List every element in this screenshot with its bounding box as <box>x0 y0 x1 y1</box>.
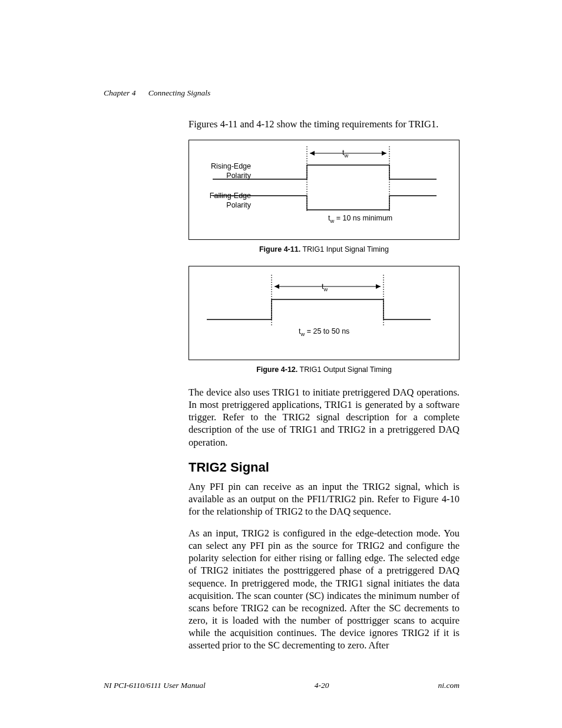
tw-value-text: tw = 10 ns minimum <box>328 213 392 225</box>
page: Chapter 4 Connecting Signals Figures 4-1… <box>0 0 562 728</box>
figure-4-11: Rising-Edge Polarity Falling-Edge Polari… <box>189 140 459 240</box>
chapter-number: Chapter 4 <box>104 88 135 97</box>
body-paragraph-2: Any PFI pin can receive as an input the … <box>189 480 459 518</box>
page-footer: NI PCI-6110/6111 User Manual 4-20 ni.com <box>104 681 459 690</box>
tw-arrow-label: tw <box>322 282 328 293</box>
tw-value-text: tw = 25 to 50 ns <box>299 327 349 338</box>
intro-paragraph: Figures 4-11 and 4-12 show the timing re… <box>189 118 459 130</box>
footer-url: ni.com <box>438 681 459 690</box>
caption-text: TRIG1 Output Signal Timing <box>297 365 392 374</box>
label-text: Falling-Edge <box>210 192 251 200</box>
figure-4-12: tw tw = 25 to 50 ns <box>189 266 459 360</box>
falling-edge-label: Falling-Edge Polarity <box>195 191 251 210</box>
figure-4-12-caption: Figure 4-12. TRIG1 Output Signal Timing <box>189 365 459 374</box>
caption-number: Figure 4-12. <box>256 365 297 374</box>
footer-page-number: 4-20 <box>315 681 329 690</box>
label-text: Rising-Edge <box>211 162 251 170</box>
label-text: Polarity <box>226 172 251 180</box>
svg-marker-4 <box>382 151 386 156</box>
body-paragraph-3: As an input, TRIG2 is configured in the … <box>189 527 459 651</box>
caption-text: TRIG1 Input Signal Timing <box>300 245 389 253</box>
content-column: Figures 4-11 and 4-12 show the timing re… <box>189 118 459 661</box>
chapter-title: Connecting Signals <box>148 88 210 97</box>
label-text: Polarity <box>226 201 251 209</box>
footer-manual-title: NI PCI-6110/6111 User Manual <box>104 681 206 690</box>
body-paragraph-1: The device also uses TRIG1 to initiate p… <box>189 386 459 449</box>
figure-4-11-caption: Figure 4-11. TRIG1 Input Signal Timing <box>189 245 459 254</box>
timing-diagram-4-11 <box>189 140 446 223</box>
svg-marker-8 <box>275 284 279 289</box>
caption-number: Figure 4-11. <box>259 245 300 253</box>
running-header: Chapter 4 Connecting Signals <box>104 88 210 98</box>
tw-arrow-label: tw <box>342 148 348 159</box>
section-heading-trig2: TRIG2 Signal <box>189 459 459 476</box>
rising-edge-label: Rising-Edge Polarity <box>195 162 251 180</box>
svg-marker-3 <box>310 151 315 156</box>
svg-marker-9 <box>376 284 381 289</box>
